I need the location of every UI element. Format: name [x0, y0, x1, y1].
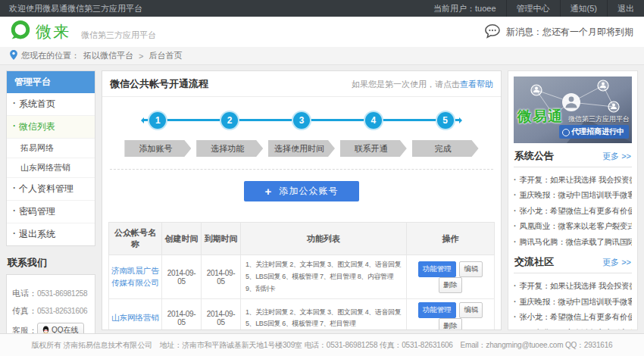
notifications-link[interactable]: 通知(5): [560, 0, 607, 17]
phone-label: 电话：: [12, 288, 37, 299]
help-text: 如果您是第一次使用，请点击: [352, 80, 460, 89]
contact-fax-row: 传真： 0531-82631606: [12, 305, 89, 317]
new-message-text: 新消息：您还有一个月即将到期: [506, 26, 633, 39]
step-dot-2: 2: [221, 112, 238, 129]
step-label-choose-duration: 选择使用时间: [268, 140, 335, 157]
sidebar-item-home[interactable]: 系统首页: [7, 93, 95, 116]
top-bar-menu: 当前用户：tuoee 管理中心 通知(5) 退出: [424, 0, 644, 17]
community-more-link[interactable]: 更多 >>: [602, 257, 631, 268]
left-sidebar: 管理平台 系统首页 微信列表 拓易网络 山东网络营销 个人资料管理 密码管理 退…: [6, 70, 95, 333]
sidebar-item-exit[interactable]: 退出系统: [7, 223, 95, 245]
breadcrumb-separator: >: [139, 52, 143, 61]
community-header: 交流社区 更多 >>: [514, 255, 631, 269]
fax-label: 传真：: [12, 305, 37, 317]
welcome-text: 欢迎使用微易通微信第三方应用平台: [9, 0, 142, 17]
delete-button[interactable]: 删除: [439, 277, 462, 293]
created-date: 2014-09-05: [162, 299, 202, 330]
banner-title: 微易通: [517, 107, 563, 126]
add-button-label: 添加公众账号: [279, 185, 338, 198]
edit-button[interactable]: 编辑: [459, 261, 483, 277]
list-item[interactable]: 重庆晚报：微动中国培训联手微客来助力企: [514, 187, 632, 202]
breadcrumb-current: 后台首页: [148, 50, 182, 61]
step-labels-row: 添加账号 选择功能 选择使用时间 联系开通 完成: [122, 140, 481, 157]
step-dot-3: 3: [293, 112, 310, 129]
list-item[interactable]: 李开复：如果让我选择 我会投资微信: [514, 278, 632, 293]
panel-header: 微信公共帐号开通流程 如果您是第一次使用，请点击查看帮助: [102, 71, 501, 97]
sidebar-item-profile[interactable]: 个人资料管理: [7, 178, 95, 201]
brand-name: 微来: [36, 21, 70, 42]
banner-badge: 代理招商进行中: [559, 125, 629, 139]
list-item[interactable]: 张小龙：希望微信上有更多有价值的服务: [514, 309, 632, 324]
banner-subtitle: 微信第三方应用平台: [568, 114, 630, 124]
manage-features-button[interactable]: 功能管理: [418, 261, 456, 277]
account-link-jinan[interactable]: 济南凯晨广告传媒有限公司: [111, 265, 159, 289]
created-date: 2014-09-05: [162, 255, 202, 299]
account-link-shandong[interactable]: 山东网络营销: [111, 312, 159, 324]
onboarding-flow: 1 2 3 4 5 添加账号 选择功能 选择使用时间 联系开通 完成: [102, 97, 501, 157]
contact-title: 联系我们: [8, 256, 94, 270]
copyright-text: 版权所有 济南拓易信息技术有限公司 地址：济南市和平路诚基新天地1号楼309室 …: [32, 340, 613, 351]
list-item[interactable]: 凤凰商业：微客来以老客户裂变式口碑传播: [514, 218, 632, 233]
expire-date: 2014-09-05: [202, 299, 241, 330]
sidebar-item-wechat-list[interactable]: 微信列表: [7, 116, 95, 139]
edit-button[interactable]: 编辑: [459, 302, 483, 318]
brand-subtitle: 微信第三方应用平台: [81, 30, 156, 41]
menu-title: 管理平台: [7, 71, 95, 93]
col-account-name: 公众帐号名称: [109, 223, 162, 255]
sidebar-item-password[interactable]: 密码管理: [7, 201, 95, 223]
table-row: 济南凯晨广告传媒有限公司 2014-09-05 2014-09-05 1、关注时…: [109, 255, 495, 299]
list-item[interactable]: 李开复：如果让我选择 我会投资微信: [514, 172, 632, 187]
plus-icon: +: [265, 185, 273, 198]
step-label-done: 完成: [412, 140, 479, 157]
list-item[interactable]: 张小龙：希望微信上有更多有价值的服务: [514, 203, 632, 218]
app-window: 欢迎使用微易通微信第三方应用平台 当前用户：tuoee 管理中心 通知(5) 退…: [0, 0, 644, 356]
new-message-notice[interactable]: 新消息：您还有一个月即将到期: [484, 23, 633, 41]
list-item[interactable]: 凤凰商业：微客来以老客户裂变式口碑传播: [514, 325, 632, 330]
content-area: 管理平台 系统首页 微信列表 拓易网络 山东网络营销 个人资料管理 密码管理 退…: [0, 65, 644, 333]
manage-features-button[interactable]: 功能管理: [418, 302, 456, 318]
step-label-contact-activate: 联系开通: [340, 140, 407, 157]
speech-bubble-logo-icon: [11, 20, 30, 43]
step-dot-1: 1: [149, 112, 166, 129]
breadcrumb-label: 您现在的位置：: [21, 50, 80, 61]
add-public-account-button[interactable]: + 添加公众账号: [244, 181, 359, 201]
col-actions: 操作: [407, 223, 495, 255]
logout-link[interactable]: 退出: [607, 0, 644, 17]
step-dot-4: 4: [365, 112, 382, 129]
admin-center-link[interactable]: 管理中心: [506, 0, 560, 17]
current-user-label: 当前用户：tuoee: [424, 0, 506, 17]
step-label-add-account: 添加账号: [124, 140, 191, 157]
dashed-divider: [110, 169, 493, 170]
accounts-table: 公众帐号名称 创建时间 到期时间 功能列表 操作 济南凯晨广告传媒有限公司 20…: [108, 222, 495, 330]
fax-number: 0531-82631606: [37, 307, 87, 315]
delete-button[interactable]: 删除: [439, 318, 462, 330]
community-title: 交流社区: [514, 255, 554, 269]
feature-list: 1、关注时回复 2、文本回复 3、图文回复 4、语音回复 5、LBS回复 6、模…: [241, 299, 407, 330]
announcements-title: 系统公告: [514, 149, 554, 163]
breadcrumb-platform-link[interactable]: 拓以微信平台: [83, 50, 133, 61]
breadcrumb: 您现在的位置： 拓以微信平台 > 后台首页: [0, 47, 644, 65]
help-link[interactable]: 查看帮助: [460, 80, 493, 89]
announcements-header: 系统公告 更多 >>: [514, 149, 631, 163]
col-created: 创建时间: [162, 223, 202, 255]
main-panel: 微信公共帐号开通流程 如果您是第一次使用，请点击查看帮助 1 2 3 4 5 添…: [102, 70, 502, 330]
sidebar-subitem-tuoyi[interactable]: 拓易网络: [7, 139, 95, 158]
community-list: 李开复：如果让我选择 我会投资微信 重庆晚报：微动中国培训联手微客来助力企 张小…: [514, 273, 632, 330]
top-bar: 欢迎使用微易通微信第三方应用平台 当前用户：tuoee 管理中心 通知(5) 退…: [0, 0, 644, 17]
steps-row: 1 2 3 4 5: [122, 112, 481, 129]
footer: 版权所有 济南拓易信息技术有限公司 地址：济南市和平路诚基新天地1号楼309室 …: [0, 333, 644, 356]
announcements-list: 李开复：如果让我选择 我会投资微信 重庆晚报：微动中国培训联手微客来助力企 张小…: [514, 167, 632, 249]
admin-menu: 管理平台 系统首页 微信列表 拓易网络 山东网络营销 个人资料管理 密码管理 退…: [6, 70, 95, 246]
phone-number: 0531-86981258: [37, 289, 87, 298]
expire-date: 2014-09-05: [202, 255, 241, 299]
list-item[interactable]: 重庆晚报：微动中国培训联手微客来助力企: [514, 294, 632, 309]
step-dot-5: 5: [437, 112, 454, 129]
step-label-choose-features: 选择功能: [196, 140, 263, 157]
sidebar-subitem-shandong[interactable]: 山东网络营销: [7, 158, 95, 178]
help-hint: 如果您是第一次使用，请点击查看帮助: [352, 79, 493, 90]
brand-logo[interactable]: 微来 微信第三方应用平台: [11, 20, 156, 43]
announcements-more-link[interactable]: 更多 >>: [602, 151, 631, 162]
promo-banner[interactable]: 微易通 微信第三方应用平台 代理招商进行中: [514, 77, 632, 143]
contact-phone-row: 电话： 0531-86981258: [12, 288, 89, 299]
list-item[interactable]: 腾讯马化腾：微信承载了腾讯国际化的机会: [514, 234, 632, 249]
